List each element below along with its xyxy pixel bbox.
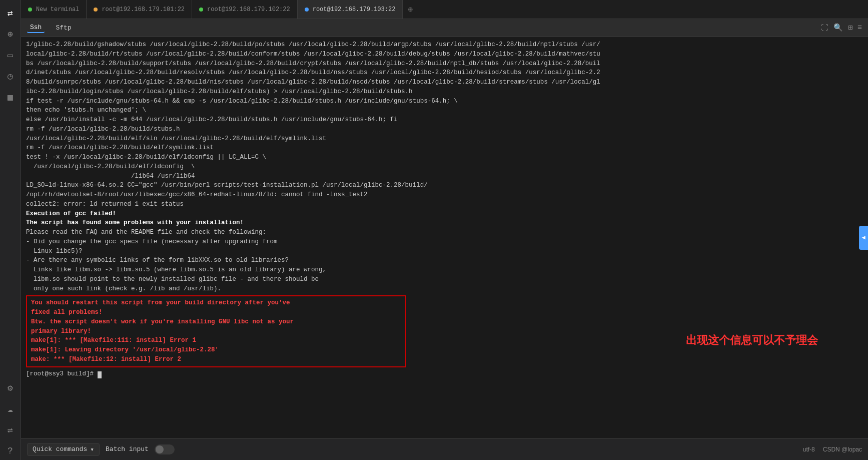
main-content: New terminal root@192.168.179.101:22 roo… (21, 0, 868, 460)
sidebar-icon-image[interactable]: ▦ (2, 88, 20, 106)
tab-dot-101 (94, 8, 98, 12)
tab-dot-new (28, 8, 32, 12)
sidebar-icon-clock[interactable]: ◷ (2, 67, 20, 85)
terminal-cursor (98, 371, 102, 378)
quick-commands-label: Quick commands (33, 445, 87, 453)
layout-icon[interactable]: ⊞ (848, 23, 852, 33)
search-icon[interactable]: 🔍 (833, 23, 843, 33)
tab-label-101: root@192.168.179.101:22 (102, 6, 185, 13)
toolbar: Ssh Sftp ⛶ 🔍 ⊞ ≡ (21, 19, 868, 37)
sidebar-icon-cloud[interactable]: ☁ (2, 400, 20, 418)
tab-label-new: New terminal (36, 6, 79, 13)
input-bar: Quick commands ▾ Batch input utf-8 CSDN … (21, 438, 868, 460)
status-bar-right: utf-8 CSDN @lopac (803, 446, 862, 453)
tab-dot-102 (199, 8, 203, 12)
error-box-text: You should restart this script from your… (31, 298, 401, 364)
terminal-prompt-line: [root@ssy3 build]# (26, 369, 863, 379)
tab-dot-103 (305, 8, 309, 12)
right-panel-arrow[interactable]: ◀ (859, 226, 868, 250)
tab-label-103: root@192.168.179.103:22 (313, 6, 396, 13)
tab-label-102: root@192.168.179.102:22 (207, 6, 290, 13)
batch-input-toggle[interactable] (155, 444, 175, 454)
batch-input-label: Batch input (106, 445, 149, 453)
encoding-label: utf-8 (803, 446, 815, 453)
terminal-prompt: [root@ssy3 build]# (26, 370, 98, 377)
sidebar: ⇄ ⊕ ▭ ◷ ▦ ⚙ ☁ ⇌ ? (0, 0, 21, 460)
quick-commands-chevron-icon: ▾ (90, 445, 94, 453)
terminal-wrapper: 1/glibc-2.28/build/gshadow/stubs /usr/lo… (21, 37, 868, 460)
sidebar-icon-file[interactable]: ▭ (2, 46, 20, 64)
add-tab-button[interactable]: ⊕ (403, 0, 418, 19)
tab-host-102[interactable]: root@192.168.179.102:22 (192, 0, 298, 19)
sidebar-icon-transfer[interactable]: ⇌ (2, 421, 20, 439)
tab-new-terminal[interactable]: New terminal (21, 0, 87, 19)
terminal-output: 1/glibc-2.28/build/gshadow/stubs /usr/lo… (26, 40, 863, 293)
toolbar-sftp-btn[interactable]: Sftp (53, 23, 74, 33)
toolbar-icons: ⛶ 🔍 ⊞ ≡ (821, 23, 862, 33)
tab-bar: New terminal root@192.168.179.101:22 roo… (21, 0, 868, 19)
menu-icon[interactable]: ≡ (857, 24, 862, 32)
tab-host-103[interactable]: root@192.168.179.103:22 (298, 0, 403, 19)
sidebar-icon-add[interactable]: ⊕ (2, 25, 20, 43)
toolbar-ssh-btn[interactable]: Ssh (27, 23, 45, 33)
terminal-area[interactable]: 1/glibc-2.28/build/gshadow/stubs /usr/lo… (21, 37, 868, 438)
sidebar-icon-help[interactable]: ? (2, 442, 20, 460)
fullscreen-icon[interactable]: ⛶ (821, 24, 828, 33)
csdn-label: CSDN @lopac (823, 446, 862, 453)
tab-host-101[interactable]: root@192.168.179.101:22 (87, 0, 192, 19)
sidebar-icon-settings[interactable]: ⚙ (2, 379, 20, 397)
quick-commands-button[interactable]: Quick commands ▾ (27, 443, 100, 456)
sidebar-icon-terminal[interactable]: ⇄ (2, 4, 20, 22)
annotation-text: 出现这个信息可以不予理会 (686, 333, 818, 348)
error-box: You should restart this script from your… (26, 295, 406, 367)
